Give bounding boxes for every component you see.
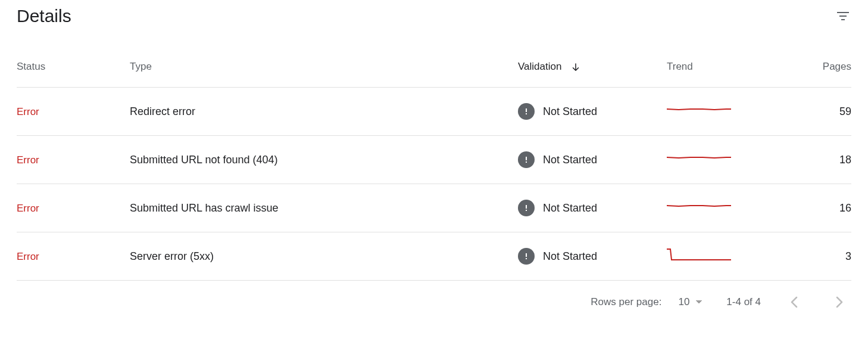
status-badge: Error [17,106,39,117]
svg-rect-1 [526,113,527,114]
pages-count: 59 [816,88,851,136]
svg-rect-7 [526,258,527,259]
table-row[interactable]: ErrorSubmitted URL not found (404)Not St… [17,136,851,184]
column-header-pages[interactable]: Pages [816,61,851,88]
table-row[interactable]: ErrorRedirect errorNot Started59 [17,88,851,136]
validation-status: Not Started [543,105,597,118]
sort-descending-icon [570,62,581,73]
filter-button[interactable] [835,8,851,24]
details-table: Status Type Validation Trend Pages Error… [17,61,851,281]
dropdown-arrow-icon [695,299,702,305]
svg-rect-3 [526,161,527,163]
trend-sparkline [667,102,731,119]
svg-rect-6 [526,253,527,257]
trend-sparkline [667,198,731,215]
validation-status: Not Started [543,154,597,166]
svg-rect-0 [526,108,527,112]
type-cell: Submitted URL has crawl issue [130,184,518,232]
table-row[interactable]: ErrorServer error (5xx)Not Started3 [17,232,851,281]
rows-per-page-select[interactable]: 10 [676,293,705,312]
rows-per-page-value: 10 [678,296,689,308]
pagination-prev-button[interactable] [782,290,806,314]
rows-per-page-label: Rows per page: [591,296,661,308]
column-header-trend[interactable]: Trend [667,61,816,88]
svg-rect-2 [526,157,527,160]
table-row[interactable]: ErrorSubmitted URL has crawl issueNot St… [17,184,851,232]
trend-sparkline [667,150,731,167]
exclamation-icon [518,103,535,120]
pages-count: 16 [816,184,851,232]
chevron-left-icon [791,296,798,308]
page-title: Details [17,6,71,26]
column-header-type[interactable]: Type [130,61,518,88]
column-header-validation-label: Validation [518,61,561,72]
exclamation-icon [518,248,535,265]
type-cell: Submitted URL not found (404) [130,136,518,184]
status-badge: Error [17,154,39,166]
validation-status: Not Started [543,250,597,263]
pages-count: 18 [816,136,851,184]
column-header-status[interactable]: Status [17,61,130,88]
status-badge: Error [17,203,39,214]
type-cell: Redirect error [130,88,518,136]
svg-rect-4 [526,205,527,209]
column-header-validation[interactable]: Validation [518,61,667,88]
trend-sparkline [667,247,731,263]
type-cell: Server error (5xx) [130,232,518,281]
pages-count: 3 [816,232,851,281]
pagination-range: 1-4 of 4 [726,296,761,308]
status-badge: Error [17,251,39,262]
exclamation-icon [518,200,535,216]
table-pagination: Rows per page: 10 1-4 of 4 [17,281,851,324]
chevron-right-icon [836,296,843,308]
svg-rect-5 [526,210,527,211]
pagination-next-button[interactable] [828,290,851,314]
exclamation-icon [518,151,535,168]
validation-status: Not Started [543,202,597,215]
filter-list-icon [836,9,850,23]
